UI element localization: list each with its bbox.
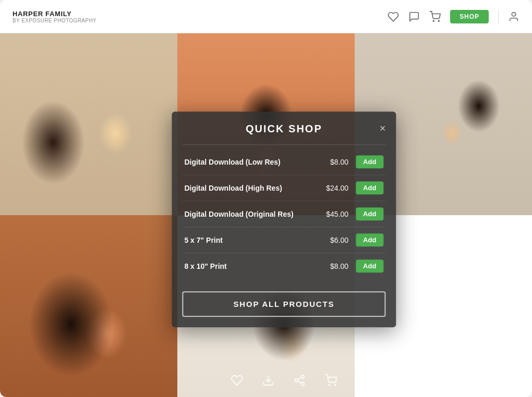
qs-header: QUICK SHOP × [172, 111, 396, 144]
qs-item-name-1: Digital Download (High Res) [184, 184, 322, 192]
svg-line-8 [298, 378, 301, 380]
bottom-heart-icon[interactable] [231, 374, 243, 387]
qs-close-button[interactable]: × [380, 123, 386, 133]
app-container: HARPER FAMILY BY EXPOSURE PHOTOGRAPHY [0, 0, 532, 397]
shop-button[interactable]: SHOP [450, 10, 489, 23]
qs-item-price-3: $6.00 [322, 236, 348, 244]
qs-title: QUICK SHOP [246, 123, 322, 135]
qs-items: Digital Download (Low Res) $8.00 Add Dig… [172, 145, 396, 283]
user-icon[interactable] [508, 11, 519, 22]
bottom-share-icon[interactable] [293, 374, 306, 387]
qs-add-btn-2[interactable]: Add [356, 207, 383, 220]
qs-add-btn-1[interactable]: Add [356, 181, 383, 194]
qs-item-price-4: $8.00 [322, 262, 348, 270]
qs-item-price-2: $45.00 [322, 210, 348, 218]
qs-item-3: 5 x 7" Print $6.00 Add [182, 227, 385, 253]
qs-item-name-3: 5 x 7" Print [184, 236, 322, 244]
brand: HARPER FAMILY BY EXPOSURE PHOTOGRAPHY [13, 10, 96, 23]
qs-item-4: 8 x 10" Print $8.00 Add [182, 253, 385, 279]
quick-shop-panel: QUICK SHOP × Digital Download (Low Res) … [172, 111, 396, 327]
chat-icon[interactable] [408, 11, 420, 22]
qs-add-btn-4[interactable]: Add [356, 259, 383, 272]
svg-point-1 [439, 20, 440, 21]
svg-point-6 [301, 382, 304, 386]
cart-icon[interactable] [429, 11, 441, 22]
photo-cell-4[interactable] [0, 215, 177, 397]
qs-footer: SHOP ALL PRODUCTS [172, 283, 396, 327]
qs-item-0: Digital Download (Low Res) $8.00 Add [182, 149, 385, 175]
header-icons: SHOP [388, 9, 519, 24]
qs-item-name-4: 8 x 10" Print [184, 262, 322, 270]
brand-name: HARPER FAMILY [13, 10, 96, 18]
bottom-icon-bar [172, 374, 396, 387]
photo-cell-1[interactable] [0, 33, 177, 215]
bottom-download-icon[interactable] [262, 374, 274, 387]
qs-item-name-2: Digital Download (Original Res) [184, 210, 322, 218]
qs-add-btn-0[interactable]: Add [356, 155, 383, 168]
qs-item-price-1: $24.00 [322, 184, 348, 192]
heart-icon[interactable] [388, 11, 399, 22]
header-divider [498, 9, 499, 24]
svg-point-4 [301, 375, 304, 378]
qs-add-btn-3[interactable]: Add [356, 233, 383, 246]
qs-item-name-0: Digital Download (Low Res) [184, 158, 322, 166]
shop-all-products-button[interactable]: SHOP ALL PRODUCTS [182, 291, 385, 317]
bottom-cart-icon[interactable] [324, 374, 337, 387]
header: HARPER FAMILY BY EXPOSURE PHOTOGRAPHY [0, 0, 532, 33]
svg-point-0 [433, 20, 434, 21]
qs-item-1: Digital Download (High Res) $24.00 Add [182, 175, 385, 201]
qs-item-price-0: $8.00 [322, 158, 348, 166]
svg-point-2 [512, 12, 515, 16]
photo-grid: QUICK SHOP × Digital Download (Low Res) … [0, 33, 532, 397]
brand-sub: BY EXPOSURE PHOTOGRAPHY [13, 18, 96, 23]
svg-point-10 [334, 384, 335, 386]
svg-point-9 [329, 384, 330, 386]
svg-point-5 [295, 379, 298, 382]
qs-item-2: Digital Download (Original Res) $45.00 A… [182, 201, 385, 227]
svg-line-7 [298, 381, 301, 383]
